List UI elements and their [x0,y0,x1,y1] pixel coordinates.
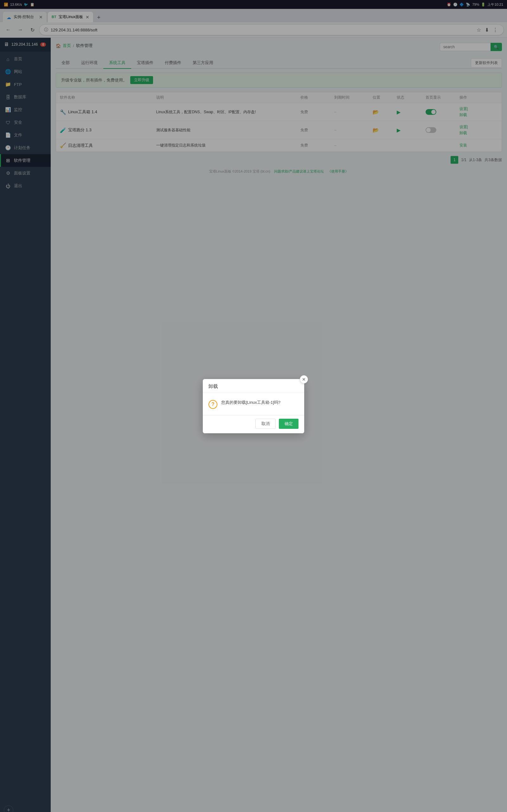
modal-title: 卸载 [203,379,304,393]
modal-overlay[interactable]: ✕ 卸载 ? 您真的要卸载[Linux工具箱-1]吗? 取消 确定 [0,0,507,812]
modal-footer: 取消 确定 [203,415,304,433]
modal-close-button[interactable]: ✕ [300,375,308,384]
modal-question-icon: ? [209,400,217,409]
modal-body: ? 您真的要卸载[Linux工具箱-1]吗? [203,393,304,415]
uninstall-modal: ✕ 卸载 ? 您真的要卸载[Linux工具箱-1]吗? 取消 确定 [203,379,304,433]
cancel-button[interactable]: 取消 [256,419,276,429]
confirm-button[interactable]: 确定 [279,419,298,429]
modal-message: 您真的要卸载[Linux工具箱-1]吗? [221,399,280,406]
